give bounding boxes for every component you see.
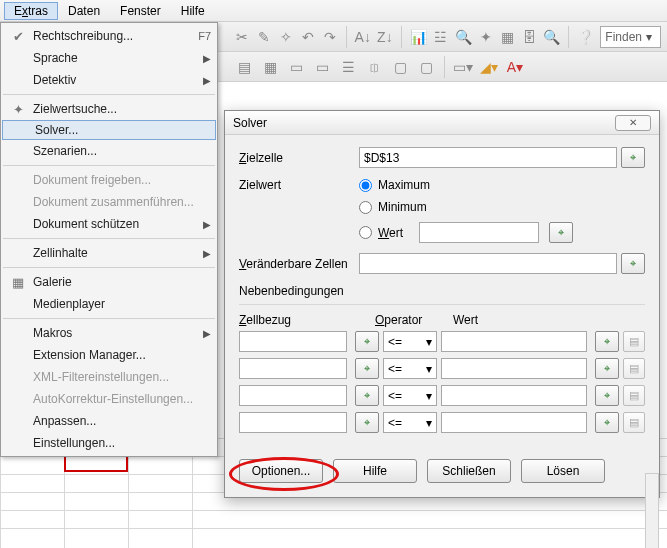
shrink-button[interactable]: ⌖ xyxy=(549,222,573,243)
shrink-button[interactable]: ⌖ xyxy=(595,358,619,379)
radio-maximum[interactable]: Maximum xyxy=(359,178,645,192)
menu-xml-filter: XML-Filtereinstellungen... xyxy=(1,366,217,388)
tool-icon[interactable]: ▦ xyxy=(260,57,280,77)
cut-icon[interactable]: ✂ xyxy=(234,27,250,47)
hilfe-button[interactable]: Hilfe xyxy=(333,459,417,483)
shrink-button[interactable]: ⌖ xyxy=(355,358,379,379)
shrink-button[interactable]: ⌖ xyxy=(595,331,619,352)
border-icon[interactable]: ▭▾ xyxy=(453,57,473,77)
loesen-button[interactable]: Lösen xyxy=(521,459,605,483)
gallery-icon[interactable]: ▦ xyxy=(500,27,516,47)
constraint-delete-button[interactable]: ▤ xyxy=(623,331,645,352)
menu-galerie[interactable]: ▦ Galerie xyxy=(1,271,217,293)
undo-icon[interactable]: ↶ xyxy=(300,27,316,47)
wert-input[interactable] xyxy=(419,222,539,243)
constraint-delete-button[interactable]: ▤ xyxy=(623,385,645,406)
chevron-right-icon: ▶ xyxy=(203,328,217,339)
tool-icon[interactable]: ▭ xyxy=(312,57,332,77)
datasources-icon[interactable]: 🗄 xyxy=(522,27,538,47)
col-operator: Operator xyxy=(375,313,453,327)
find-icon[interactable]: 🔍 xyxy=(455,27,472,47)
chevron-down-icon: ▾ xyxy=(426,416,432,430)
shrink-button[interactable]: ⌖ xyxy=(355,412,379,433)
nav-icon[interactable]: ✦ xyxy=(478,27,494,47)
tool-icon[interactable]: ▭ xyxy=(286,57,306,77)
menu-rechtschreibung[interactable]: ✔ Rechtschreibung... F7 xyxy=(1,25,217,47)
menu-hilfe[interactable]: Hilfe xyxy=(171,2,215,20)
menu-szenarien[interactable]: Szenarien... xyxy=(1,140,217,162)
chevron-down-icon: ▾ xyxy=(642,30,656,44)
tool-icon[interactable]: ☰ xyxy=(338,57,358,77)
help-icon[interactable]: ❔ xyxy=(577,27,594,47)
constraint-operator-select[interactable]: <=▾ xyxy=(383,412,437,433)
shrink-button[interactable]: ⌖ xyxy=(355,385,379,406)
label-zielzelle: Zielzelle xyxy=(239,151,359,165)
menu-extension-manager[interactable]: Extension Manager... xyxy=(1,344,217,366)
menu-zielwertsuche[interactable]: ✦ Zielwertsuche... xyxy=(1,98,217,120)
shrink-button[interactable]: ⌖ xyxy=(355,331,379,352)
chart-icon[interactable]: 📊 xyxy=(410,27,427,47)
veraenderbare-input[interactable] xyxy=(359,253,617,274)
menu-medienplayer[interactable]: Medienplayer xyxy=(1,293,217,315)
menubar: Extras Daten Fenster Hilfe xyxy=(0,0,667,22)
radio-wert[interactable]: Wert ⌖ xyxy=(359,222,645,243)
radio-minimum[interactable]: Minimum xyxy=(359,200,645,214)
schliessen-button[interactable]: Schließen xyxy=(427,459,511,483)
constraint-operator-select[interactable]: <=▾ xyxy=(383,385,437,406)
constraint-value-input[interactable] xyxy=(441,331,587,352)
close-button[interactable]: ✕ xyxy=(615,115,651,131)
constraint-operator-select[interactable]: <=▾ xyxy=(383,331,437,352)
shrink-button[interactable]: ⌖ xyxy=(595,412,619,433)
zielzelle-input[interactable] xyxy=(359,147,617,168)
menu-detektiv[interactable]: Detektiv ▶ xyxy=(1,69,217,91)
constraint-operator-select[interactable]: <=▾ xyxy=(383,358,437,379)
constraint-value-input[interactable] xyxy=(441,358,587,379)
tool-icon[interactable]: ▤ xyxy=(234,57,254,77)
menu-dok-schuetzen[interactable]: Dokument schützen ▶ xyxy=(1,213,217,235)
tool-icon[interactable]: ✧ xyxy=(278,27,294,47)
menu-anpassen[interactable]: Anpassen... xyxy=(1,410,217,432)
menu-sprache[interactable]: Sprache ▶ xyxy=(1,47,217,69)
constraint-value-input[interactable] xyxy=(441,412,587,433)
find-combobox[interactable]: Finden ▾ xyxy=(600,26,661,48)
chevron-down-icon: ▾ xyxy=(426,335,432,349)
solver-titlebar[interactable]: Solver ✕ xyxy=(225,111,659,135)
bgcolor-icon[interactable]: ◢▾ xyxy=(479,57,499,77)
fontcolor-icon[interactable]: A▾ xyxy=(505,57,525,77)
constraint-row: ⌖ <=▾ ⌖ ▤ xyxy=(239,385,645,406)
label-nebenbedingungen: Nebenbedingungen xyxy=(239,284,645,298)
constraint-value-input[interactable] xyxy=(441,385,587,406)
tool-icon[interactable]: ▢ xyxy=(390,57,410,77)
tool-icon[interactable]: ✎ xyxy=(256,27,272,47)
spellcheck-icon: ✔ xyxy=(7,29,29,44)
constraint-delete-button[interactable]: ▤ xyxy=(623,358,645,379)
menu-daten[interactable]: Daten xyxy=(58,2,110,20)
constraint-delete-button[interactable]: ▤ xyxy=(623,412,645,433)
constraint-row: ⌖ <=▾ ⌖ ▤ xyxy=(239,412,645,433)
redo-icon[interactable]: ↷ xyxy=(322,27,338,47)
menu-solver[interactable]: Solver... xyxy=(2,120,216,140)
constraint-cellref-input[interactable] xyxy=(239,385,347,406)
constraint-row: ⌖ <=▾ ⌖ ▤ xyxy=(239,358,645,379)
menu-extras[interactable]: Extras xyxy=(4,2,58,20)
shrink-button[interactable]: ⌖ xyxy=(595,385,619,406)
menu-zellinhalte[interactable]: Zellinhalte ▶ xyxy=(1,242,217,264)
solver-button-row: Optionen... Hilfe Schließen Lösen xyxy=(225,449,659,497)
constraint-cellref-input[interactable] xyxy=(239,331,347,352)
tool-icon[interactable]: ▢ xyxy=(416,57,436,77)
shrink-button[interactable]: ⌖ xyxy=(621,147,645,168)
menu-fenster[interactable]: Fenster xyxy=(110,2,171,20)
tool-icon[interactable]: ⎅ xyxy=(364,57,384,77)
sort-asc-icon[interactable]: A↓ xyxy=(355,27,371,47)
shrink-button[interactable]: ⌖ xyxy=(621,253,645,274)
constraint-cellref-input[interactable] xyxy=(239,412,347,433)
zoom-icon[interactable]: 🔍 xyxy=(543,27,560,47)
constraint-cellref-input[interactable] xyxy=(239,358,347,379)
tool-icon[interactable]: ☳ xyxy=(433,27,449,47)
sort-desc-icon[interactable]: Z↓ xyxy=(377,27,393,47)
menu-einstellungen[interactable]: Einstellungen... xyxy=(1,432,217,454)
optionen-button[interactable]: Optionen... xyxy=(239,459,323,483)
menu-dok-freigeben: Dokument freigeben... xyxy=(1,169,217,191)
chevron-down-icon: ▾ xyxy=(426,389,432,403)
menu-makros[interactable]: Makros ▶ xyxy=(1,322,217,344)
